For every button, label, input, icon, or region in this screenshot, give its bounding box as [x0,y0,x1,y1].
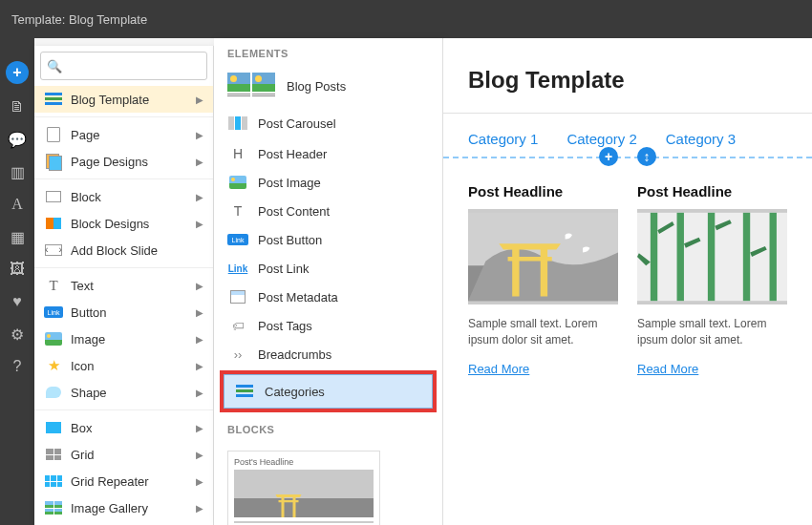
element-label: Post Content [258,204,330,219]
block-preview[interactable]: Post's Headline [227,451,380,525]
item-button[interactable]: LinkButton▶ [34,299,213,326]
element-breadcrumbs[interactable]: ››Breadcrumbs [214,340,442,368]
element-blog-posts[interactable]: Blog Posts [214,65,442,107]
item-label: Button [71,305,107,320]
canvas: Blog Template Category 1 Category 2 Cate… [443,38,812,525]
item-label: Icon [71,359,95,373]
item-slider[interactable]: Slider▶ [34,521,213,525]
chevron-right-icon: ▶ [196,476,203,487]
item-block[interactable]: Block▶ [34,183,213,210]
template-title: Template: Blog Template [11,12,147,27]
item-icon[interactable]: ★Icon▶ [34,352,213,379]
item-page[interactable]: Page▶ [34,121,213,148]
post-excerpt: Sample small text. Lorem ipsum dolor sit… [637,316,787,348]
chevron-right-icon: ▶ [196,334,203,345]
top-bar: Template: Blog Template [0,0,812,38]
move-element-button[interactable]: ↕ [637,147,656,166]
item-label: Grid Repeater [71,474,149,489]
item-box[interactable]: Box▶ [34,414,213,441]
chevron-right-icon: ▶ [196,94,203,105]
element-post-header[interactable]: HPost Header [214,139,442,168]
comment-icon[interactable]: 💬 [8,130,27,149]
svg-rect-6 [743,213,750,301]
read-more-link[interactable]: Read More [468,362,529,376]
canvas-header: Blog Template [443,38,812,114]
blog-template-icon [45,93,62,106]
left-rail: + 🗎 💬 ▥ A ▦ 🖼 ♥ ⚙ ? [0,38,34,525]
chevron-right-icon: ▶ [196,157,203,167]
grid-element-icon [46,449,61,460]
elements-header: ELEMENTS [214,38,442,65]
block-icon [46,191,61,202]
item-label: Add Block Slide [71,243,158,258]
item-label: Block [71,190,101,204]
search-input[interactable] [40,52,207,80]
item-text[interactable]: TText▶ [34,272,213,299]
item-page-designs[interactable]: Page Designs▶ [34,148,213,175]
link-icon: Link [227,260,248,277]
element-categories[interactable]: Categories [224,374,433,409]
grid-icon[interactable]: ▦ [8,227,27,246]
element-post-carousel[interactable]: Post Carousel [214,107,442,139]
layout-icon[interactable]: ▥ [8,162,27,181]
element-post-link[interactable]: LinkPost Link [214,254,442,283]
svg-rect-7 [770,213,777,301]
image-icon[interactable]: 🖼 [8,260,27,279]
file-icon[interactable]: 🗎 [8,97,27,116]
text-element-icon: T [44,278,63,293]
item-image[interactable]: Image▶ [34,326,213,352]
item-image-gallery[interactable]: Image Gallery▶ [34,494,213,521]
chevron-right-icon: ▶ [196,423,203,433]
post-thumbnail [468,209,618,304]
block-preview-image [234,470,374,517]
post-excerpt: Sample small text. Lorem ipsum dolor sit… [468,316,618,348]
post-button-icon: Link [227,234,248,245]
element-post-content[interactable]: TPost Content [214,197,442,225]
category-tab-3[interactable]: Category 3 [666,131,736,157]
element-post-image[interactable]: Post Image [214,168,442,197]
grid-repeater-icon [45,475,62,487]
post-thumbnail [637,209,787,304]
category-tab-1[interactable]: Category 1 [468,131,538,157]
page-icon [47,127,60,142]
element-post-tags[interactable]: 🏷Post Tags [214,311,442,340]
text-icon[interactable]: A [8,195,27,214]
item-label: Image Gallery [71,501,148,515]
item-block-designs[interactable]: Block Designs▶ [34,210,213,237]
chevron-right-icon: ▶ [196,307,203,318]
post-card[interactable]: Post Headline Sample small text. Lorem i… [637,183,787,377]
item-label: Shape [71,386,107,400]
gear-icon[interactable]: ⚙ [8,325,27,344]
chevron-right-icon: ▶ [196,130,203,140]
element-label: Post Button [258,233,322,247]
post-card[interactable]: Post Headline Sample small text. Lorem i… [468,183,618,377]
help-icon[interactable]: ? [8,357,27,376]
heart-icon[interactable]: ♥ [8,292,27,311]
item-add-block-slide[interactable]: Add Block Slide [34,237,213,263]
element-label: Breadcrumbs [258,347,331,362]
item-label: Image [71,332,105,346]
page-title: Blog Template [468,67,787,94]
element-label: Post Carousel [258,116,336,131]
torii-icon [272,489,305,517]
element-post-button[interactable]: LinkPost Button [214,225,442,254]
element-post-metadata[interactable]: Post Metadata [214,283,442,311]
chevron-right-icon: ▶ [196,450,203,460]
read-more-link[interactable]: Read More [637,362,698,376]
item-label: Page [71,128,99,142]
item-grid[interactable]: Grid▶ [34,441,213,468]
post-image-icon [229,176,246,189]
element-label: Post Header [258,147,327,161]
add-element-button[interactable]: + [599,147,618,166]
posts-grid: Post Headline Sample small text. Lorem i… [443,158,812,402]
item-label: Block Designs [71,217,149,231]
box-icon [46,422,61,433]
bamboo-illustration-icon [637,209,787,304]
item-shape[interactable]: Shape▶ [34,379,213,406]
search-icon: 🔍 [47,59,62,74]
add-button[interactable]: + [6,61,29,84]
carousel-icon [228,116,247,130]
item-grid-repeater[interactable]: Grid Repeater▶ [34,468,213,494]
item-blog-template[interactable]: Blog Template ▶ [34,86,213,113]
category-tabs: Category 1 Category 2 Category 3 + ↕ [443,114,812,158]
